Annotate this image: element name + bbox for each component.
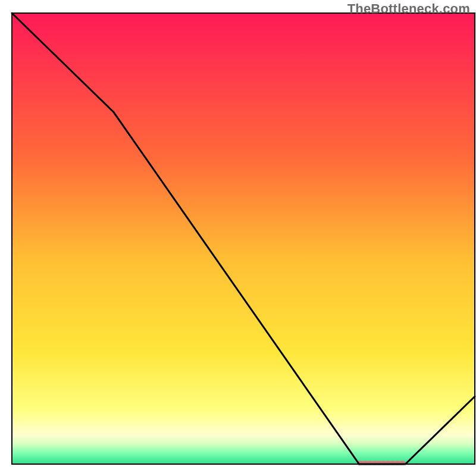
watermark-label: TheBottleneck.com <box>347 1 470 17</box>
bottleneck-plot <box>0 0 476 476</box>
chart-frame: TheBottleneck.com <box>0 0 476 476</box>
